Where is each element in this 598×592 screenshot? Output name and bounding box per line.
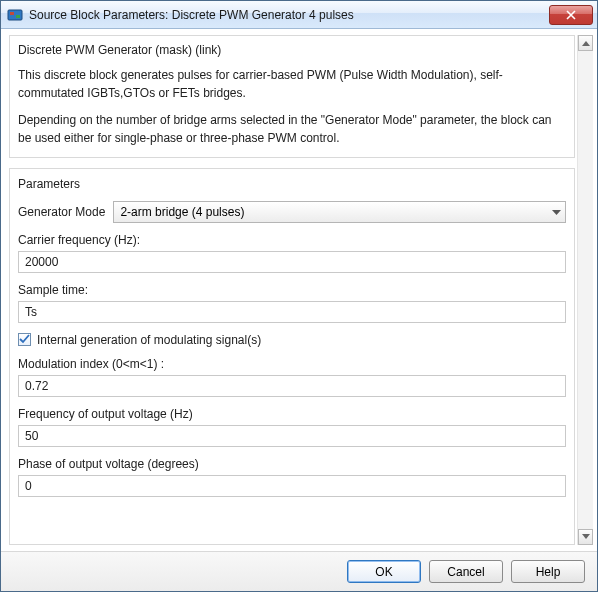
svg-rect-2 bbox=[16, 15, 20, 18]
sample-time-label: Sample time: bbox=[18, 283, 566, 297]
check-icon bbox=[19, 334, 30, 345]
chevron-up-icon bbox=[582, 40, 590, 46]
output-frequency-label: Frequency of output voltage (Hz) bbox=[18, 407, 566, 421]
generator-mode-select[interactable]: 2-arm bridge (4 pulses) bbox=[113, 201, 566, 223]
app-icon bbox=[7, 7, 23, 23]
close-button[interactable] bbox=[549, 5, 593, 25]
carrier-frequency-label: Carrier frequency (Hz): bbox=[18, 233, 566, 247]
sample-time-group: Sample time: bbox=[18, 283, 566, 323]
modulation-index-label: Modulation index (0<m<1) : bbox=[18, 357, 566, 371]
chevron-down-icon bbox=[582, 534, 590, 540]
window-title: Source Block Parameters: Discrete PWM Ge… bbox=[29, 8, 543, 22]
carrier-frequency-group: Carrier frequency (Hz): bbox=[18, 233, 566, 273]
internal-generation-row[interactable]: Internal generation of modulating signal… bbox=[18, 333, 566, 347]
output-frequency-group: Frequency of output voltage (Hz) bbox=[18, 407, 566, 447]
scroll-track[interactable] bbox=[578, 51, 593, 529]
parameters-panel: Parameters Generator Mode 2-arm bridge (… bbox=[9, 168, 575, 545]
generator-mode-row: Generator Mode 2-arm bridge (4 pulses) bbox=[18, 201, 566, 223]
scroll-up-button[interactable] bbox=[578, 35, 593, 51]
output-frequency-input[interactable] bbox=[18, 425, 566, 447]
svg-rect-1 bbox=[10, 12, 14, 15]
description-heading: Discrete PWM Generator (mask) (link) bbox=[18, 42, 566, 59]
description-text-1: This discrete block generates pulses for… bbox=[18, 67, 566, 102]
cancel-button[interactable]: Cancel bbox=[429, 560, 503, 583]
internal-generation-label: Internal generation of modulating signal… bbox=[37, 333, 261, 347]
vertical-scrollbar[interactable] bbox=[577, 35, 593, 545]
description-panel: Discrete PWM Generator (mask) (link) Thi… bbox=[9, 35, 575, 158]
generator-mode-label: Generator Mode bbox=[18, 205, 105, 219]
description-text-2: Depending on the number of bridge arms s… bbox=[18, 112, 566, 147]
carrier-frequency-input[interactable] bbox=[18, 251, 566, 273]
generator-mode-value: 2-arm bridge (4 pulses) bbox=[120, 205, 244, 219]
output-phase-label: Phase of output voltage (degrees) bbox=[18, 457, 566, 471]
sample-time-input[interactable] bbox=[18, 301, 566, 323]
dialog-window: Source Block Parameters: Discrete PWM Ge… bbox=[0, 0, 598, 592]
scroll-down-button[interactable] bbox=[578, 529, 593, 545]
modulation-index-group: Modulation index (0<m<1) : bbox=[18, 357, 566, 397]
dialog-body: Discrete PWM Generator (mask) (link) Thi… bbox=[1, 29, 597, 551]
close-icon bbox=[566, 10, 576, 20]
modulation-index-input[interactable] bbox=[18, 375, 566, 397]
parameters-heading: Parameters bbox=[18, 177, 566, 191]
ok-button[interactable]: OK bbox=[347, 560, 421, 583]
chevron-down-icon bbox=[552, 205, 561, 219]
output-phase-group: Phase of output voltage (degrees) bbox=[18, 457, 566, 497]
internal-generation-checkbox[interactable] bbox=[18, 333, 31, 346]
button-bar: OK Cancel Help bbox=[1, 551, 597, 591]
titlebar[interactable]: Source Block Parameters: Discrete PWM Ge… bbox=[1, 1, 597, 29]
help-button[interactable]: Help bbox=[511, 560, 585, 583]
output-phase-input[interactable] bbox=[18, 475, 566, 497]
content-area: Discrete PWM Generator (mask) (link) Thi… bbox=[9, 35, 575, 545]
